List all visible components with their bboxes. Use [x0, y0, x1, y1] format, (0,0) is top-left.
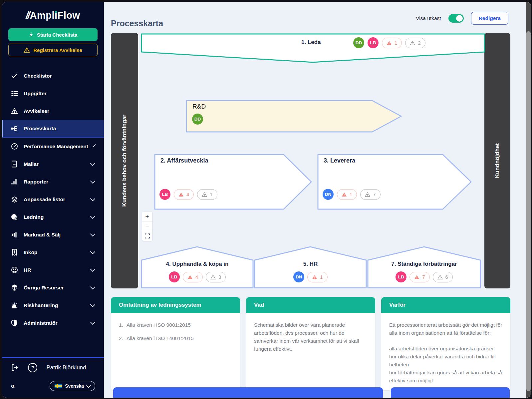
- process-shape-leda[interactable]: [141, 34, 484, 62]
- flash-icon: [29, 32, 34, 38]
- vertical-scrollbar[interactable]: [526, 2, 531, 398]
- chevron-down-icon: [90, 320, 96, 325]
- owner-badge-dd[interactable]: DD: [353, 37, 364, 48]
- why-card: Varför Ett processorienterat arbetssätt …: [381, 297, 510, 390]
- receipt-icon: [11, 249, 18, 256]
- chevron-down-icon: [90, 161, 96, 166]
- chevron-down-icon: [90, 196, 96, 201]
- draft-toggle[interactable]: [448, 14, 464, 23]
- process-badges: LB 4 1: [159, 189, 217, 200]
- scope-item: 2.Alla kraven i ISO 14001:2015: [119, 334, 232, 342]
- sidebar-item-checklistor[interactable]: Checklistor: [2, 67, 104, 85]
- process-label: 4. Upphandla & köpa in: [141, 261, 253, 267]
- collapsed-section-bar[interactable]: [391, 387, 510, 398]
- warning-count-pill[interactable]: 6: [433, 272, 453, 282]
- user-name[interactable]: Patrik Björklund: [37, 364, 95, 371]
- chevron-down-icon: [86, 383, 91, 388]
- task-list-icon: [11, 90, 18, 97]
- register-deviation-button[interactable]: Registrera Avvikelse: [8, 44, 98, 56]
- sidebar-item-performance-management[interactable]: Performance Management: [2, 138, 104, 155]
- sidebar-item-hr[interactable]: HR: [2, 261, 104, 279]
- chevron-down-icon: [90, 249, 96, 254]
- signal-bars-icon: [11, 231, 18, 238]
- fullscreen-button[interactable]: [142, 231, 152, 241]
- parachute-icon: [11, 284, 18, 291]
- sidebar-item-avvikelser[interactable]: Avvikelser: [2, 102, 104, 120]
- what-card-title: Vad: [246, 297, 375, 313]
- warning-count-pill[interactable]: 1: [197, 189, 217, 200]
- error-count-pill[interactable]: 4: [174, 189, 194, 200]
- scrollbar-thumb[interactable]: [526, 31, 531, 391]
- sidebar-item-uppgifter[interactable]: Uppgifter: [2, 85, 104, 102]
- zoom-out-button[interactable]: −: [142, 221, 152, 231]
- collapse-sidebar-icon[interactable]: «: [11, 382, 15, 390]
- owner-badge-lb[interactable]: LB: [159, 189, 170, 200]
- language-selector[interactable]: Svenska: [50, 381, 95, 391]
- error-count-pill[interactable]: 7: [409, 272, 429, 282]
- warning-count-pill[interactable]: 7: [360, 189, 380, 200]
- gauge-icon: [11, 143, 18, 150]
- chevron-down-icon: [90, 214, 96, 219]
- owner-badge-dn[interactable]: DN: [293, 271, 304, 282]
- warning-count-pill[interactable]: 2: [405, 38, 425, 48]
- chevron-down-icon: [90, 284, 96, 290]
- sidebar-item-ledning[interactable]: Ledning: [2, 208, 104, 226]
- warning-triangle-icon: [11, 108, 18, 115]
- scope-card: Omfattning av ledningssystem 1.Alla krav…: [111, 297, 240, 390]
- process-badges: DD: [192, 114, 203, 125]
- owner-badge-lb[interactable]: LB: [169, 271, 180, 282]
- app-window: //AmpliFlow Starta Checklista Registrera…: [2, 2, 531, 398]
- owner-badge-dn[interactable]: DN: [323, 189, 334, 200]
- bar-chart-icon: [11, 178, 18, 186]
- why-card-line: hur förbättringar kan göras så att vi ka…: [389, 369, 502, 385]
- sidebar-item-rapporter[interactable]: Rapporter: [2, 173, 104, 191]
- sidebar-item-mallar[interactable]: Mallar: [2, 155, 104, 173]
- people-icon: [11, 266, 18, 274]
- why-card-line: alla arbetsflöden över organisatoriska g…: [389, 345, 502, 353]
- zoom-in-button[interactable]: +: [142, 212, 152, 221]
- process-badges: LB 4 3: [141, 271, 253, 282]
- collapsed-section-bar[interactable]: [113, 387, 383, 398]
- chevron-down-icon: [93, 144, 96, 147]
- process-map: Kundens behov och förväntningar Kundnöjd…: [111, 33, 510, 288]
- error-count-pill[interactable]: 1: [382, 38, 402, 48]
- error-count-pill[interactable]: 1: [307, 272, 327, 282]
- shield-icon: [11, 319, 18, 327]
- error-count-pill[interactable]: 4: [183, 272, 203, 282]
- what-card-body: Schematiska bilder över våra planerade a…: [246, 313, 375, 361]
- sidebar-item-anpassade-listor[interactable]: Anpassade listor: [2, 191, 104, 208]
- chevron-down-icon: [90, 267, 96, 272]
- sidebar-item-marknad-salj[interactable]: Marknad & Sälj: [2, 226, 104, 243]
- scope-item: 1.Alla kraven i ISO 9001:2015: [119, 321, 232, 329]
- process-flow-icon: [11, 125, 18, 132]
- why-card-intro: Ett processorienterat arbetssätt gör det…: [389, 321, 502, 337]
- process-label: 7. Ständiga förbättringar: [368, 261, 480, 267]
- sidebar-item-inkop[interactable]: Inköp: [2, 243, 104, 261]
- help-icon[interactable]: ?: [28, 363, 37, 372]
- sidebar-item-processkarta[interactable]: Processkarta: [2, 120, 104, 138]
- shield-user-icon: [11, 213, 18, 221]
- chevron-down-icon: [90, 179, 96, 184]
- owner-badge-lb[interactable]: LB: [396, 271, 406, 282]
- sidebar-item-administrator[interactable]: Administratör: [2, 314, 104, 332]
- page-title: Processkarta: [111, 19, 163, 28]
- document-icon: [11, 161, 18, 168]
- start-checklist-button[interactable]: Starta Checklista: [8, 28, 98, 41]
- logout-icon[interactable]: [11, 364, 19, 372]
- process-label: 3. Leverera: [324, 157, 355, 164]
- owner-badge-dd[interactable]: DD: [192, 114, 203, 125]
- what-card: Vad Schematiska bilder över våra planera…: [246, 297, 375, 390]
- sidebar-item-ovriga-resurser[interactable]: Övriga Resurser: [2, 279, 104, 296]
- scope-card-title: Omfattning av ledningssystem: [111, 297, 240, 313]
- owner-badge-lb[interactable]: LB: [368, 37, 379, 48]
- edit-button[interactable]: Redigera: [471, 12, 508, 25]
- warning-triangle-icon: [24, 47, 30, 53]
- why-card-title: Varför: [381, 297, 510, 313]
- warning-count-pill[interactable]: 3: [206, 272, 226, 282]
- sidebar-item-riskhantering[interactable]: Riskhantering: [2, 296, 104, 314]
- swedish-flag-icon: [55, 384, 62, 388]
- main-content: Processkarta Visa utkast Redigera Kunden…: [104, 2, 531, 398]
- process-badges: LB 7 6: [368, 271, 480, 282]
- process-shape-rd[interactable]: [186, 101, 401, 132]
- error-count-pill[interactable]: 1: [337, 189, 357, 200]
